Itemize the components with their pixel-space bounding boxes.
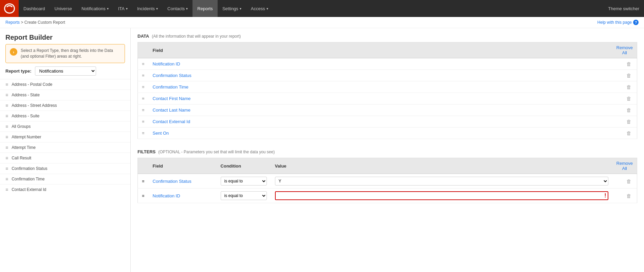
- drag-handle-icon: ≡: [142, 131, 145, 136]
- nav-contacts[interactable]: Contacts ▾: [163, 0, 192, 17]
- nav-dashboard[interactable]: Dashboard: [19, 0, 50, 17]
- chevron-down-icon: ▾: [156, 7, 158, 11]
- filter-value-wrapper: !: [275, 191, 608, 200]
- right-panel: DATA (All the information that will appe…: [131, 28, 644, 272]
- drag-handle-icon: ≡: [142, 73, 145, 78]
- nav-items: Dashboard Universe Notifications ▾ ITA ▾…: [19, 0, 603, 17]
- table-row: ≡ Notification ID is equal to is not equ…: [138, 189, 637, 203]
- drag-handle-icon: ≡: [5, 166, 8, 171]
- filter-value-select[interactable]: Y N: [275, 177, 608, 186]
- breadcrumb-current: Create Custom Report: [24, 20, 65, 25]
- drag-handle-icon: ≡: [5, 134, 8, 140]
- info-box: › Select a Report Type, then drag fields…: [5, 44, 125, 63]
- breadcrumb-separator: >: [21, 20, 24, 25]
- drag-handle-icon: ≡: [142, 96, 145, 101]
- report-type-select[interactable]: Notifications Contacts Incidents ITA: [35, 66, 96, 76]
- drag-handle-icon: ≡: [5, 92, 8, 98]
- delete-filter-button[interactable]: 🗑: [625, 178, 633, 184]
- theme-switcher[interactable]: Theme switcher: [603, 6, 644, 11]
- list-item[interactable]: ≡ Address - State: [0, 90, 130, 100]
- drag-handle-icon: ≡: [142, 61, 145, 66]
- filter-condition-select[interactable]: is equal to is not equal to contains doe…: [221, 191, 267, 200]
- drag-handle-icon: ≡: [142, 119, 145, 124]
- drag-handle-icon: ≡: [5, 187, 8, 192]
- chevron-down-icon: ▾: [266, 7, 268, 11]
- chevron-down-icon: ▾: [107, 7, 109, 11]
- drag-handle-icon: ≡: [142, 108, 145, 113]
- filter-condition-select[interactable]: is equal to is not equal to contains doe…: [221, 177, 267, 186]
- drag-handle-icon: ≡: [142, 193, 145, 198]
- chevron-down-icon: ▾: [126, 7, 128, 11]
- table-row: ≡ Confirmation Time 🗑: [138, 81, 637, 93]
- data-table: Field Remove All ≡ Notification ID 🗑 ≡ C…: [137, 42, 637, 139]
- table-row: ≡ Notification ID 🗑: [138, 58, 637, 70]
- delete-row-button[interactable]: 🗑: [625, 119, 633, 124]
- nav-incidents[interactable]: Incidents ▾: [132, 0, 163, 17]
- list-item[interactable]: ≡ Confirmation Status: [0, 163, 130, 174]
- table-row: ≡ Contact First Name 🗑: [138, 93, 637, 104]
- data-remove-all-button[interactable]: Remove All: [617, 45, 633, 55]
- nav-ita[interactable]: ITA ▾: [113, 0, 132, 17]
- filters-section-subtitle: (OPTIONAL - Parameters you set that will…: [158, 150, 275, 154]
- filters-value-header: Value: [271, 158, 612, 174]
- table-row: ≡ Confirmation Status 🗑: [138, 70, 637, 81]
- filters-table: Field Condition Value Remove All ≡ Confi…: [137, 158, 637, 203]
- drag-handle-icon: ≡: [5, 155, 8, 161]
- list-item[interactable]: ≡ Address - Suite: [0, 111, 130, 121]
- drag-handle-icon: ≡: [5, 145, 8, 150]
- chevron-down-icon: ▾: [186, 7, 188, 11]
- info-box-text: Select a Report Type, then drag fields i…: [21, 48, 121, 59]
- info-icon: ›: [10, 48, 17, 56]
- nav-universe[interactable]: Universe: [50, 0, 77, 17]
- delete-row-button[interactable]: 🗑: [625, 107, 633, 113]
- question-icon: ?: [633, 20, 639, 25]
- breadcrumb-parent[interactable]: Reports: [5, 20, 20, 25]
- drag-handle-icon: ≡: [5, 103, 8, 108]
- nav-access[interactable]: Access ▾: [246, 0, 273, 17]
- list-item[interactable]: ≡ All Groups: [0, 121, 130, 132]
- filters-field-header: Field: [149, 158, 217, 174]
- list-item[interactable]: ≡ Address - Street Address: [0, 100, 130, 111]
- delete-row-button[interactable]: 🗑: [625, 73, 633, 78]
- fields-list: ≡ Address - Postal Code ≡ Address - Stat…: [0, 79, 130, 272]
- nav-settings[interactable]: Settings ▾: [218, 0, 246, 17]
- delete-row-button[interactable]: 🗑: [625, 96, 633, 101]
- drag-handle-icon: ≡: [5, 113, 8, 119]
- page-title: Report Builder: [0, 28, 130, 44]
- delete-row-button[interactable]: 🗑: [625, 130, 633, 136]
- list-item[interactable]: ≡ Confirmation Time: [0, 174, 130, 184]
- help-link[interactable]: Help with this page ?: [597, 20, 639, 25]
- drag-handle-icon: ≡: [142, 84, 145, 90]
- chevron-down-icon: ▾: [240, 7, 241, 11]
- delete-filter-button[interactable]: 🗑: [625, 193, 633, 199]
- report-type-label: Report type:: [5, 69, 32, 74]
- filters-section-title: FILTERS (OPTIONAL - Parameters you set t…: [137, 149, 637, 154]
- report-type-row: Report type: Notifications Contacts Inci…: [0, 66, 130, 79]
- drag-handle-icon: ≡: [5, 176, 8, 182]
- table-row: ≡ Contact External Id 🗑: [138, 116, 637, 128]
- nav-notifications[interactable]: Notifications ▾: [77, 0, 113, 17]
- breadcrumb: Reports > Create Custom Report Help with…: [0, 17, 644, 28]
- delete-row-button[interactable]: 🗑: [625, 84, 633, 90]
- navbar: Dashboard Universe Notifications ▾ ITA ▾…: [0, 0, 644, 17]
- list-item[interactable]: ≡ Attempt Number: [0, 132, 130, 142]
- drag-handle-icon: ≡: [5, 124, 8, 129]
- nav-reports[interactable]: Reports: [192, 0, 218, 17]
- data-field-header: Field: [149, 42, 612, 58]
- list-item[interactable]: ≡ Address - Postal Code: [0, 79, 130, 90]
- data-section-subtitle: (All the information that will appear in…: [152, 34, 241, 39]
- filters-condition-header: Condition: [217, 158, 271, 174]
- list-item[interactable]: ≡ Call Result: [0, 153, 130, 163]
- error-icon: !: [604, 193, 606, 199]
- data-section-title: DATA (All the information that will appe…: [137, 34, 637, 39]
- main-container: Report Builder › Select a Report Type, t…: [0, 28, 644, 272]
- table-row: ≡ Confirmation Status is equal to is not…: [138, 174, 637, 189]
- filter-value-input[interactable]: [275, 191, 608, 200]
- delete-row-button[interactable]: 🗑: [625, 61, 633, 67]
- filters-remove-all-button[interactable]: Remove All: [617, 161, 633, 171]
- list-item[interactable]: ≡ Contact External Id: [0, 184, 130, 195]
- table-row: ≡ Sent On 🗑: [138, 128, 637, 139]
- drag-handle-icon: ≡: [5, 82, 8, 87]
- app-logo[interactable]: [0, 0, 19, 17]
- list-item[interactable]: ≡ Attempt Time: [0, 142, 130, 153]
